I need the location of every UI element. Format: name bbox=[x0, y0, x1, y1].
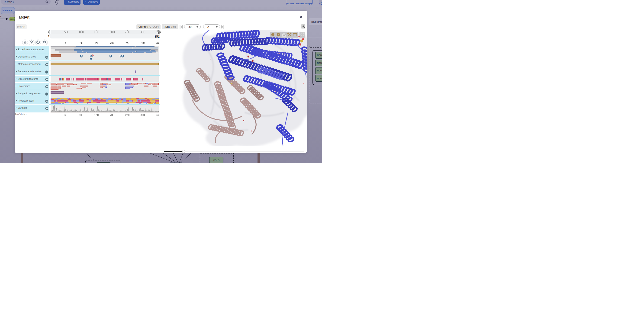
svg-text:?: ? bbox=[272, 33, 274, 36]
